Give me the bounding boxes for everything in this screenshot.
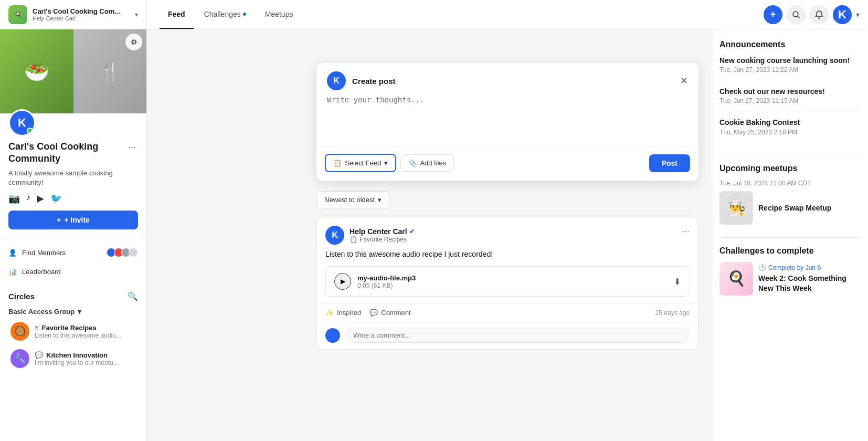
announcement-2-date: Thu, May 25, 2023 2:18 PM [719,129,860,136]
instagram-icon[interactable]: 📷 [8,193,20,204]
inspired-btn[interactable]: ✨ Inspired [325,309,361,317]
community-header[interactable]: 🍳 Carl's Cool Cooking Com... Help Center… [0,0,147,29]
circle-info-kitchen: 💬 Kitchen Innovation I'm inviting you to… [35,351,138,366]
comment-btn[interactable]: 💬 Comment [369,309,410,317]
feed-area: K Create post ✕ 📋 Select Feed ▾ � [308,50,707,371]
post-header: K Help Center Carl ✔ 📋 Favorite Recipes [317,217,698,249]
invite-btn[interactable]: + + Invite [8,211,138,229]
user-logo: K [833,5,852,24]
sidebar-cover: 🥗 🍴 ⚙ [0,29,146,113]
create-post-footer: 📋 Select Feed ▾ 📎 Add files Post [316,147,698,181]
create-post-textarea[interactable] [316,94,698,147]
tab-feed[interactable]: Feed [160,0,194,29]
post-submit-btn[interactable]: Post [649,154,690,172]
circle-item-favorite-recipes[interactable]: 🥘 ≡ Favorite Recipes Listen to this awes… [0,318,146,345]
play-audio-btn[interactable]: ▶ [334,273,351,290]
user-avatar-btn[interactable]: K [833,5,852,24]
divider-2 [719,237,860,238]
close-create-post-btn[interactable]: ✕ [680,75,688,87]
announcement-item-0: New cooking course launching soon! Tue, … [719,56,860,80]
verified-badge-icon: ✔ [409,228,415,235]
community-more-btn[interactable]: ··· [126,141,138,154]
announcement-0-date: Tue, Jun 27, 2023 11:22 AM [719,66,860,74]
community-chevron-icon[interactable]: ▾ [135,11,138,18]
find-members-item[interactable]: 👤 Find Members [0,243,146,262]
post-time: 25 days ago [655,309,690,317]
meetup-img: 👨‍🍳 [719,191,753,225]
circle-icon-kitchen: 💬 [35,351,43,359]
basic-access-group[interactable]: Basic Access Group ▾ [0,304,146,318]
circle-name-kitchen: 💬 Kitchen Innovation [35,351,138,359]
community-logo: K [8,109,36,136]
challenge-deadline: 🕐 Complete by Jun 6 [758,264,860,271]
create-post-avatar: K [327,71,346,90]
notifications-btn[interactable] [810,5,829,24]
user-chevron-icon[interactable]: ▾ [856,10,860,19]
sidebar-menu: 👤 Find Members 📊 Leaderboard [0,238,146,285]
svg-line-1 [798,16,800,18]
create-btn[interactable]: + [764,5,782,24]
announcement-1-date: Tue, Jun 27, 2023 11:15 AM [719,97,860,104]
plus-icon: + [57,216,61,224]
nav-tabs: Feed Challenges Meetups [147,0,755,29]
community-desc: A totally awesome sample cooking communi… [8,169,138,187]
post-author-avatar: K [325,226,344,245]
audio-filename: my-audio-file.mp3 [357,274,668,282]
post-author: K Help Center Carl ✔ 📋 Favorite Recipes [325,226,415,245]
challenges-section: Challenges to complete 🍳 🕐 Complete by J… [719,246,860,296]
sort-btn[interactable]: Newest to oldest ▾ [316,191,389,208]
audio-info: my-audio-file.mp3 0:05 (61 KB) [357,274,668,289]
post-card: K Help Center Carl ✔ 📋 Favorite Recipes [316,217,698,350]
meetups-section: Upcoming meetups Tue, Jul 18, 2023 11:00… [719,164,860,225]
divider-1 [719,155,860,155]
comment-icon: 💬 [369,309,378,317]
bell-icon [815,10,823,19]
tiktok-icon[interactable]: ♪ [26,193,30,204]
comment-input[interactable] [345,328,690,343]
leaderboard-icon: 📊 [8,268,17,276]
search-btn[interactable] [787,5,806,24]
post-text: Listen to this awesome audio recipe I ju… [317,249,698,266]
top-nav-right: + K ▾ [755,5,868,24]
create-post-title: Create post [352,77,396,86]
meetups-title: Upcoming meetups [719,164,860,173]
create-post-card: K Create post ✕ 📋 Select Feed ▾ � [316,63,698,181]
announcement-0-title: New cooking course launching soon! [719,56,860,65]
tab-meetups[interactable]: Meetups [257,0,302,29]
sidebar-profile: K Carl's Cool Cooking Community ··· A to… [0,113,146,234]
person-icon: 👤 [8,249,17,257]
circle-info-fav: ≡ Favorite Recipes Listen to this awesom… [35,324,138,339]
community-name-top: Carl's Cool Cooking Com... [33,7,130,15]
circle-avatar-kitchen: 🔧 [10,349,29,368]
circle-item-kitchen-innovation[interactable]: 🔧 💬 Kitchen Innovation I'm inviting you … [0,345,146,372]
add-files-btn[interactable]: 📎 Add files [400,154,454,172]
youtube-icon[interactable]: ▶ [37,193,44,204]
select-feed-btn[interactable]: 📋 Select Feed ▾ [325,154,396,172]
meetup-item: 👨‍🍳 Recipe Swap Meetup [719,191,860,225]
feed-icon: 📋 [333,159,342,167]
circle-icon-fav: ≡ [35,324,39,332]
post-actions: ✨ Inspired 💬 Comment 25 days ago [317,303,698,323]
circle-preview-fav: Listen to this awesome audio... [35,332,138,339]
post-menu-btn[interactable]: ··· [682,226,690,237]
community-name-wrap: Carl's Cool Cooking Com... Help Center C… [33,7,130,22]
create-post-header: K Create post ✕ [316,63,698,94]
search-icon [792,10,800,19]
circles-header: Circles 🔍 [0,285,146,304]
challenges-badge [243,13,246,16]
tab-challenges[interactable]: Challenges [196,0,255,29]
inspired-icon: ✨ [325,309,334,317]
circles-search-icon[interactable]: 🔍 [128,291,138,301]
select-feed-chevron-icon: ▾ [384,159,388,167]
sidebar-gear-btn[interactable]: ⚙ [125,34,142,50]
download-icon[interactable]: ⬇ [674,277,681,287]
twitter-icon[interactable]: 🐦 [50,193,62,204]
comment-avatar [325,328,340,343]
announcements-title: Announcements [719,40,860,49]
top-nav: 🍳 Carl's Cool Cooking Com... Help Center… [0,0,868,29]
audio-meta: 0:05 (61 KB) [357,282,668,289]
main-layout: 🥗 🍴 ⚙ K Carl's Cool Cooking Community ··… [0,21,868,441]
leaderboard-item[interactable]: 📊 Leaderboard [0,262,146,281]
sort-bar: Newest to oldest ▾ [316,191,698,208]
post-feed-tag: 📋 Favorite Recipes [350,236,415,243]
